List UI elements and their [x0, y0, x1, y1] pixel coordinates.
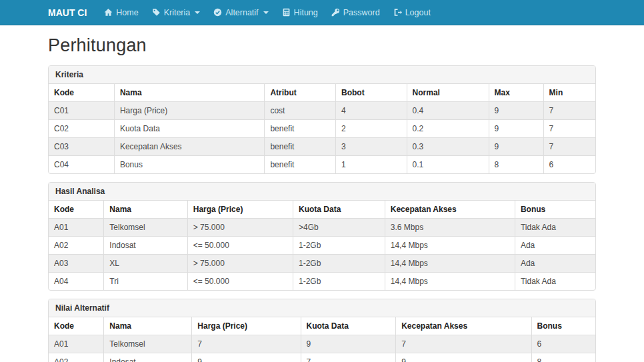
table-cell: 6	[531, 335, 595, 353]
column-header: Bonus	[531, 317, 595, 335]
column-header: Max	[489, 84, 543, 102]
logout-icon	[393, 8, 402, 17]
table-row: A01 Telkomsel 7 9 7 6	[49, 335, 595, 353]
nav-item-home[interactable]: Home	[104, 8, 138, 17]
table-row: A02 Indosat <= 50.000 1-2Gb 14,4 Mbps Ad…	[49, 237, 595, 255]
table-cell: 3.6 Mbps	[385, 219, 515, 237]
column-header: Nama	[104, 201, 187, 219]
column-header: Bobot	[335, 84, 407, 102]
table-cell: 9	[489, 102, 543, 120]
table-cell: 0.3	[407, 138, 489, 156]
table-cell: cost	[265, 102, 336, 120]
table-cell: 8	[531, 353, 595, 362]
table-cell: benefit	[265, 156, 336, 174]
table-cell: Ada	[515, 255, 595, 273]
check-circle-icon	[213, 8, 222, 17]
table-cell: 7	[543, 120, 595, 138]
table-cell: A02	[49, 353, 104, 362]
table-row: A03 XL > 75.000 1-2Gb 14,4 Mbps Ada	[49, 255, 595, 273]
column-header: Bonus	[515, 201, 595, 219]
table-cell: 6	[543, 156, 595, 174]
nav-items: Home Kriteria Alternatif Hitung	[104, 8, 431, 17]
table-row: C04 Bonus benefit 1 0.1 8 6	[49, 156, 595, 174]
table-cell: XL	[104, 255, 187, 273]
column-header: Nama	[104, 317, 192, 335]
table-cell: Tri	[104, 273, 187, 291]
table-cell: C02	[49, 120, 114, 138]
table-row: A02 Indosat 9 7 9 8	[49, 353, 595, 362]
table-header-row: Kode Nama Atribut Bobot Normal Max Min	[49, 84, 595, 102]
nav-item-logout[interactable]: Logout	[393, 8, 431, 17]
table-cell: 7	[543, 102, 595, 120]
kriteria-table: Kode Nama Atribut Bobot Normal Max Min C…	[49, 84, 595, 173]
navbar: MAUT CI Home Kriteria Alternatif	[0, 0, 644, 25]
table-cell: C03	[49, 138, 114, 156]
nav-item-alternatif[interactable]: Alternatif	[213, 8, 268, 17]
calculator-icon	[282, 8, 291, 17]
table-cell: 9	[396, 353, 531, 362]
table-row: A01 Telkomsel > 75.000 >4Gb 3.6 Mbps Tid…	[49, 219, 595, 237]
table-header-row: Kode Nama Harga (Price) Kuota Data Kecep…	[49, 201, 595, 219]
panel-nilai-alternatif-heading: Nilai Alternatif	[49, 299, 595, 317]
nav-item-password[interactable]: Password	[331, 8, 380, 17]
table-row: C02 Kuota Data benefit 2 0.2 9 7	[49, 120, 595, 138]
table-cell: > 75.000	[187, 255, 293, 273]
table-cell: 0.2	[407, 120, 489, 138]
key-icon	[331, 8, 340, 17]
content-container: Perhitungan Kriteria Kode Nama Atribut B…	[48, 35, 596, 362]
column-header: Kuota Data	[301, 317, 396, 335]
table-row: C01 Harga (Price) cost 4 0.4 9 7	[49, 102, 595, 120]
table-cell: A03	[49, 255, 104, 273]
table-cell: Telkomsel	[104, 219, 187, 237]
table-cell: 1-2Gb	[293, 237, 385, 255]
table-cell: >4Gb	[293, 219, 385, 237]
table-cell: 1	[335, 156, 407, 174]
table-cell: benefit	[265, 120, 336, 138]
nav-item-label: Alternatif	[225, 8, 258, 17]
nilai-alternatif-table: Kode Nama Harga (Price) Kuota Data Kecep…	[49, 317, 595, 362]
table-cell: 7	[396, 335, 531, 353]
table-cell: Indosat	[104, 237, 187, 255]
table-cell: C04	[49, 156, 114, 174]
table-cell: 1-2Gb	[293, 255, 385, 273]
caret-down-icon	[263, 11, 269, 14]
table-cell: 14,4 Mbps	[385, 255, 515, 273]
panel-kriteria-heading: Kriteria	[49, 66, 595, 84]
nav-item-label: Password	[343, 8, 380, 17]
brand[interactable]: MAUT CI	[48, 7, 87, 18]
panel-hasil-analisa-heading: Hasil Analisa	[49, 183, 595, 201]
table-row: C03 Kecepatan Akses benefit 3 0.3 9 7	[49, 138, 595, 156]
table-cell: 9	[489, 120, 543, 138]
table-cell: 14,4 Mbps	[385, 237, 515, 255]
column-header: Kecepatan Akses	[396, 317, 531, 335]
nav-item-label: Home	[116, 8, 138, 17]
table-cell: A01	[49, 219, 104, 237]
table-cell: A02	[49, 237, 104, 255]
column-header: Nama	[114, 84, 265, 102]
table-cell: <= 50.000	[187, 273, 293, 291]
table-cell: 7	[192, 335, 301, 353]
nav-item-kriteria[interactable]: Kriteria	[152, 8, 201, 17]
column-header: Harga (Price)	[187, 201, 293, 219]
table-cell: A01	[49, 335, 104, 353]
table-cell: A04	[49, 273, 104, 291]
table-cell: Kecepatan Akses	[114, 138, 265, 156]
table-cell: 7	[301, 353, 396, 362]
table-cell: Tidak Ada	[515, 273, 595, 291]
column-header: Normal	[407, 84, 489, 102]
table-cell: 9	[489, 138, 543, 156]
nav-item-hitung[interactable]: Hitung	[282, 8, 318, 17]
table-cell: Bonus	[114, 156, 265, 174]
nav-item-label: Kriteria	[164, 8, 191, 17]
table-cell: 1-2Gb	[293, 273, 385, 291]
table-cell: 3	[335, 138, 407, 156]
page-title: Perhitungan	[48, 35, 596, 56]
column-header: Kode	[49, 201, 104, 219]
table-cell: Indosat	[104, 353, 192, 362]
caret-down-icon	[195, 11, 200, 14]
table-cell: C01	[49, 102, 114, 120]
column-header: Kecepatan Akses	[385, 201, 515, 219]
nav-item-label: Logout	[405, 8, 431, 17]
table-cell: 4	[335, 102, 407, 120]
tags-icon	[152, 8, 161, 17]
